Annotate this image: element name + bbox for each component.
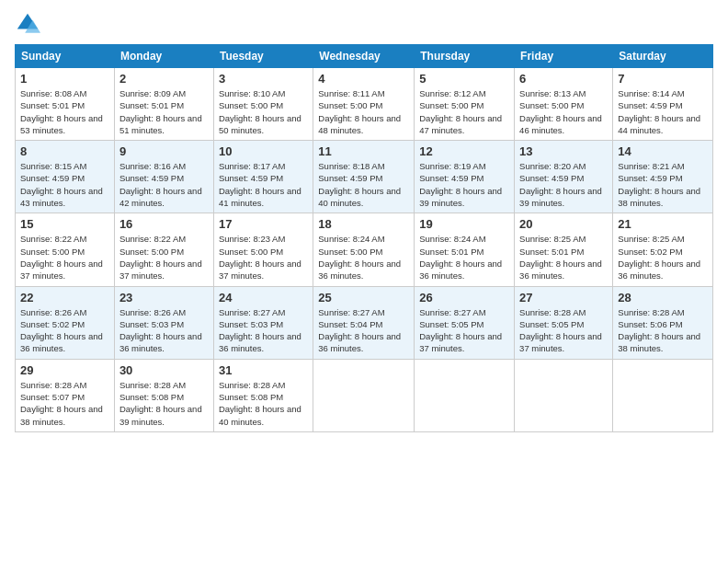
day-number: 21 xyxy=(618,217,708,231)
cell-content: Sunrise: 8:23 AMSunset: 5:00 PMDaylight:… xyxy=(219,234,301,281)
cell-content: Sunrise: 8:28 AMSunset: 5:06 PMDaylight:… xyxy=(618,307,700,354)
day-number: 13 xyxy=(519,144,608,158)
day-number: 7 xyxy=(618,72,708,86)
day-number: 10 xyxy=(219,144,308,158)
cell-content: Sunrise: 8:25 AMSunset: 5:02 PMDaylight:… xyxy=(618,234,700,281)
cell-content: Sunrise: 8:13 AMSunset: 5:00 PMDaylight:… xyxy=(519,88,602,135)
cell-content: Sunrise: 8:08 AMSunset: 5:01 PMDaylight:… xyxy=(20,88,103,135)
day-number: 25 xyxy=(318,291,409,304)
cell-content: Sunrise: 8:28 AMSunset: 5:07 PMDaylight:… xyxy=(20,380,103,427)
calendar-cell: 22Sunrise: 8:26 AMSunset: 5:02 PMDayligh… xyxy=(16,286,115,359)
cell-content: Sunrise: 8:21 AMSunset: 4:59 PMDaylight:… xyxy=(618,161,700,208)
cell-content: Sunrise: 8:18 AMSunset: 4:59 PMDaylight:… xyxy=(318,161,401,208)
day-number: 23 xyxy=(119,291,209,304)
day-number: 20 xyxy=(519,217,608,231)
weekday-header-row: SundayMondayTuesdayWednesdayThursdayFrid… xyxy=(16,45,713,68)
header xyxy=(15,11,713,37)
cell-content: Sunrise: 8:17 AMSunset: 4:59 PMDaylight:… xyxy=(219,161,301,208)
calendar-cell: 20Sunrise: 8:25 AMSunset: 5:01 PMDayligh… xyxy=(515,213,613,286)
cell-content: Sunrise: 8:20 AMSunset: 4:59 PMDaylight:… xyxy=(519,161,602,208)
calendar-cell: 7Sunrise: 8:14 AMSunset: 4:59 PMDaylight… xyxy=(613,68,713,141)
weekday-header-friday: Friday xyxy=(515,45,613,68)
calendar-cell xyxy=(415,359,515,431)
cell-content: Sunrise: 8:28 AMSunset: 5:08 PMDaylight:… xyxy=(219,380,301,427)
calendar-cell: 28Sunrise: 8:28 AMSunset: 5:06 PMDayligh… xyxy=(613,286,713,359)
cell-content: Sunrise: 8:27 AMSunset: 5:03 PMDaylight:… xyxy=(219,307,301,354)
day-number: 11 xyxy=(318,144,409,158)
day-number: 31 xyxy=(219,363,308,377)
calendar-cell: 24Sunrise: 8:27 AMSunset: 5:03 PMDayligh… xyxy=(213,286,313,359)
day-number: 30 xyxy=(119,363,209,377)
cell-content: Sunrise: 8:27 AMSunset: 5:05 PMDaylight:… xyxy=(419,307,502,354)
day-number: 2 xyxy=(119,72,209,86)
calendar-cell: 10Sunrise: 8:17 AMSunset: 4:59 PMDayligh… xyxy=(213,141,313,213)
calendar-cell xyxy=(613,359,713,431)
calendar-cell: 12Sunrise: 8:19 AMSunset: 4:59 PMDayligh… xyxy=(415,141,515,213)
cell-content: Sunrise: 8:22 AMSunset: 5:00 PMDaylight:… xyxy=(119,234,202,281)
week-row-3: 15Sunrise: 8:22 AMSunset: 5:00 PMDayligh… xyxy=(16,213,713,286)
calendar-cell xyxy=(515,359,613,431)
calendar-cell: 23Sunrise: 8:26 AMSunset: 5:03 PMDayligh… xyxy=(114,286,213,359)
calendar-cell: 6Sunrise: 8:13 AMSunset: 5:00 PMDaylight… xyxy=(515,68,613,141)
weekday-header-sunday: Sunday xyxy=(16,45,115,68)
cell-content: Sunrise: 8:27 AMSunset: 5:04 PMDaylight:… xyxy=(318,307,401,354)
calendar-table: SundayMondayTuesdayWednesdayThursdayFrid… xyxy=(15,44,713,432)
week-row-4: 22Sunrise: 8:26 AMSunset: 5:02 PMDayligh… xyxy=(16,286,713,359)
cell-content: Sunrise: 8:16 AMSunset: 4:59 PMDaylight:… xyxy=(119,161,202,208)
calendar-cell: 11Sunrise: 8:18 AMSunset: 4:59 PMDayligh… xyxy=(313,141,415,213)
cell-content: Sunrise: 8:09 AMSunset: 5:01 PMDaylight:… xyxy=(119,88,202,135)
calendar-cell: 9Sunrise: 8:16 AMSunset: 4:59 PMDaylight… xyxy=(114,141,213,213)
calendar-cell: 2Sunrise: 8:09 AMSunset: 5:01 PMDaylight… xyxy=(114,68,213,141)
day-number: 28 xyxy=(618,291,708,304)
calendar-cell: 30Sunrise: 8:28 AMSunset: 5:08 PMDayligh… xyxy=(114,359,213,431)
day-number: 26 xyxy=(419,291,509,304)
day-number: 5 xyxy=(419,72,509,86)
cell-content: Sunrise: 8:19 AMSunset: 4:59 PMDaylight:… xyxy=(419,161,502,208)
day-number: 17 xyxy=(219,217,308,231)
cell-content: Sunrise: 8:28 AMSunset: 5:05 PMDaylight:… xyxy=(519,307,602,354)
day-number: 8 xyxy=(20,144,109,158)
calendar-cell: 31Sunrise: 8:28 AMSunset: 5:08 PMDayligh… xyxy=(213,359,313,431)
cell-content: Sunrise: 8:14 AMSunset: 4:59 PMDaylight:… xyxy=(618,88,700,135)
weekday-header-monday: Monday xyxy=(114,45,213,68)
cell-content: Sunrise: 8:26 AMSunset: 5:03 PMDaylight:… xyxy=(119,307,202,354)
cell-content: Sunrise: 8:26 AMSunset: 5:02 PMDaylight:… xyxy=(20,307,103,354)
calendar-cell: 21Sunrise: 8:25 AMSunset: 5:02 PMDayligh… xyxy=(613,213,713,286)
week-row-5: 29Sunrise: 8:28 AMSunset: 5:07 PMDayligh… xyxy=(16,359,713,431)
calendar-cell: 26Sunrise: 8:27 AMSunset: 5:05 PMDayligh… xyxy=(415,286,515,359)
cell-content: Sunrise: 8:15 AMSunset: 4:59 PMDaylight:… xyxy=(20,161,103,208)
day-number: 24 xyxy=(219,291,308,304)
day-number: 29 xyxy=(20,363,109,377)
weekday-header-tuesday: Tuesday xyxy=(213,45,313,68)
cell-content: Sunrise: 8:24 AMSunset: 5:01 PMDaylight:… xyxy=(419,234,502,281)
day-number: 22 xyxy=(20,291,109,304)
weekday-header-saturday: Saturday xyxy=(613,45,713,68)
day-number: 9 xyxy=(119,144,209,158)
day-number: 1 xyxy=(20,72,109,86)
logo-icon xyxy=(15,11,40,37)
day-number: 18 xyxy=(318,217,409,231)
weekday-header-wednesday: Wednesday xyxy=(313,45,415,68)
calendar-cell: 14Sunrise: 8:21 AMSunset: 4:59 PMDayligh… xyxy=(613,141,713,213)
cell-content: Sunrise: 8:25 AMSunset: 5:01 PMDaylight:… xyxy=(519,234,602,281)
cell-content: Sunrise: 8:10 AMSunset: 5:00 PMDaylight:… xyxy=(219,88,301,135)
calendar-cell: 5Sunrise: 8:12 AMSunset: 5:00 PMDaylight… xyxy=(415,68,515,141)
page: SundayMondayTuesdayWednesdayThursdayFrid… xyxy=(0,0,728,563)
cell-content: Sunrise: 8:11 AMSunset: 5:00 PMDaylight:… xyxy=(318,88,401,135)
calendar-cell: 17Sunrise: 8:23 AMSunset: 5:00 PMDayligh… xyxy=(213,213,313,286)
cell-content: Sunrise: 8:24 AMSunset: 5:00 PMDaylight:… xyxy=(318,234,401,281)
calendar-cell: 16Sunrise: 8:22 AMSunset: 5:00 PMDayligh… xyxy=(114,213,213,286)
day-number: 27 xyxy=(519,291,608,304)
weekday-header-thursday: Thursday xyxy=(415,45,515,68)
calendar-cell: 4Sunrise: 8:11 AMSunset: 5:00 PMDaylight… xyxy=(313,68,415,141)
calendar-cell: 8Sunrise: 8:15 AMSunset: 4:59 PMDaylight… xyxy=(16,141,115,213)
cell-content: Sunrise: 8:28 AMSunset: 5:08 PMDaylight:… xyxy=(119,380,202,427)
calendar-cell: 27Sunrise: 8:28 AMSunset: 5:05 PMDayligh… xyxy=(515,286,613,359)
calendar-cell: 29Sunrise: 8:28 AMSunset: 5:07 PMDayligh… xyxy=(16,359,115,431)
day-number: 19 xyxy=(419,217,509,231)
calendar-cell: 1Sunrise: 8:08 AMSunset: 5:01 PMDaylight… xyxy=(16,68,115,141)
day-number: 3 xyxy=(219,72,308,86)
day-number: 12 xyxy=(419,144,509,158)
calendar-cell: 15Sunrise: 8:22 AMSunset: 5:00 PMDayligh… xyxy=(16,213,115,286)
logo xyxy=(15,11,42,37)
